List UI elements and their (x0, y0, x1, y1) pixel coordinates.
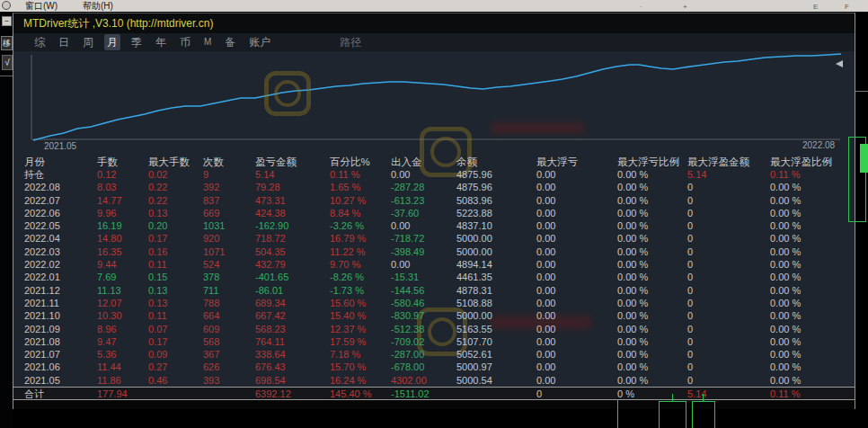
cell: 504.35 (255, 245, 330, 258)
cell: 0.11 (148, 258, 203, 271)
table-row[interactable]: 2022.017.690.15378-401.65-8.26 %-15.3144… (13, 271, 855, 283)
stats-window: MTDriver统计 ,V3.10 (http://mtdriver.cn) 综… (13, 13, 855, 409)
cell: -1.73 % (330, 284, 391, 297)
table-row[interactable]: 2022.0714.770.22837473.3110.27 %-613.235… (13, 194, 855, 207)
window-titlebar[interactable]: MTDriver统计 ,V3.10 (http://mtdriver.cn) (13, 13, 855, 33)
cell: 5000.00 (456, 309, 536, 322)
cell: 0 (687, 284, 770, 297)
cell: -162.90 (255, 219, 330, 232)
cell: 338.64 (255, 348, 330, 361)
table-row[interactable]: 2022.0516.190.201031-162.90-3.26 %0.0048… (13, 219, 855, 232)
cell: 718.72 (255, 232, 330, 245)
tab-备[interactable]: 备 (222, 34, 238, 50)
tab-综[interactable]: 综 (31, 34, 48, 50)
cell: 0.00 (536, 271, 617, 283)
cell: 378 (203, 271, 255, 283)
cell: 6392.12 (255, 388, 330, 400)
cell: 0.16 (148, 245, 203, 258)
cell: -398.49 (391, 245, 456, 258)
cell: 0.00 % (617, 323, 687, 335)
cell: 0.00 (536, 348, 617, 361)
tab-币[interactable]: 币 (177, 34, 193, 50)
table-row[interactable]: 2021.1010.300.11664667.4215.40 %-830.975… (13, 309, 855, 322)
cell: 0.00 % (617, 309, 687, 322)
check-button[interactable]: √ (2, 55, 13, 70)
table-row[interactable]: 2021.089.470.17568764.1117.59 %-709.0251… (13, 335, 855, 348)
cell: 1071 (203, 245, 255, 258)
cell: 16.35 (97, 245, 148, 258)
cell: 473.31 (255, 194, 330, 207)
month-label: 2022.08 (24, 181, 97, 193)
cell: 664 (203, 309, 255, 322)
cell: -3.26 % (330, 219, 391, 232)
tab-年[interactable]: 年 (153, 34, 169, 50)
menu-window[interactable]: 窗口(W) (25, 0, 58, 12)
cell: 9.70 % (330, 258, 391, 271)
cell: 16.79 % (330, 232, 391, 245)
table-row[interactable]: 2021.075.360.09367338.647.18 %-287.00505… (13, 348, 855, 361)
cell: 0.11 % (330, 168, 391, 181)
cell: 0.00 % (617, 284, 687, 297)
cell: 0.07 (148, 323, 203, 335)
column-header: 出入金 (391, 156, 456, 168)
minimize-button[interactable]: − (2, 16, 12, 26)
cell: 0.17 (148, 335, 203, 348)
cell: 0.20 (148, 219, 203, 232)
cell: 0.00 % (770, 284, 855, 297)
cell: 424.38 (255, 207, 330, 219)
cell: 689.34 (255, 297, 330, 309)
cell: -86.01 (255, 284, 330, 297)
tab-账户[interactable]: 账户 (246, 34, 273, 50)
cell: 10.27 % (330, 194, 391, 207)
table-row[interactable]: 2021.098.960.07609568.2312.37 %-512.3851… (13, 323, 855, 335)
tab-M[interactable]: M (201, 34, 214, 50)
cell: 12.37 % (330, 323, 391, 335)
cell: 0.00 % (617, 232, 687, 245)
cell: 0.11 % (770, 388, 855, 400)
cell: 0 (687, 232, 770, 245)
cell: 5.36 (97, 348, 148, 361)
path-label[interactable]: 路径 (337, 34, 364, 50)
table-row[interactable]: 2022.029.440.11524432.799.70 %0.004894.1… (13, 258, 855, 271)
month-label: 持仓 (24, 168, 97, 181)
table-total-row[interactable]: 合计177.946392.12145.40 %-1511.0200 %5.140… (13, 387, 855, 400)
table-header-row: 月份手数最大手数次数盈亏金额百分比%出入金余额最大浮亏最大浮亏比例最大浮盈金额最… (13, 156, 855, 168)
table-row[interactable]: 2022.0414.800.17920718.7216.79 %-718.725… (13, 232, 855, 245)
menu-help[interactable]: 帮助(H) (83, 0, 113, 12)
cell: 393 (203, 374, 255, 387)
cell: 0.13 (148, 284, 203, 297)
table-row[interactable]: 2022.088.030.2239279.281.65 %-287.284875… (13, 181, 855, 193)
table-row[interactable]: 2021.1211.130.13711-86.01-1.73 %-144.564… (13, 284, 855, 297)
column-header: 余额 (456, 156, 536, 168)
cell: 0.15 (148, 271, 203, 283)
cell: 0.00 (536, 194, 617, 207)
green-bracket-artifact (686, 401, 686, 428)
table-row[interactable]: 2022.069.960.13669424.388.84 %-37.605223… (13, 207, 855, 219)
cell (148, 388, 203, 400)
watermark-text-smudge (491, 122, 584, 134)
cell: 0.00 % (617, 194, 687, 207)
table-row[interactable]: 2021.0611.440.27626676.4315.70 %-678.005… (13, 361, 855, 373)
line-end-marker-icon (836, 60, 843, 67)
tab-季[interactable]: 季 (128, 34, 145, 50)
table-row[interactable]: 2021.0511.860.46393698.5416.24 %4302.005… (13, 374, 855, 387)
move-button[interactable]: 移 (1, 36, 13, 50)
table-row[interactable]: 2021.1112.070.13788689.3415.60 %-580.465… (13, 297, 855, 309)
cell: 0.00 % (770, 271, 855, 283)
green-bracket-artifact (714, 401, 715, 428)
month-label: 2021.10 (24, 309, 97, 322)
cell: 0.00 % (617, 297, 687, 309)
cell: 0 (687, 335, 770, 348)
cell: -1511.02 (391, 388, 456, 400)
tab-日[interactable]: 日 (56, 34, 72, 50)
cell: 15.40 % (330, 309, 391, 322)
green-bracket-artifact (692, 401, 715, 402)
cell: 764.11 (255, 335, 330, 348)
cell: -287.00 (391, 348, 456, 361)
cell: 0.00 (536, 232, 617, 245)
tab-月[interactable]: 月 (104, 34, 120, 50)
tab-周[interactable]: 周 (80, 34, 96, 50)
table-row[interactable]: 2022.0316.350.161071504.3511.22 %-398.49… (13, 245, 855, 258)
cell: 0 (536, 388, 617, 400)
table-row[interactable]: 持仓0.120.0295.140.11 %0.004875.960.000.00… (13, 168, 855, 181)
